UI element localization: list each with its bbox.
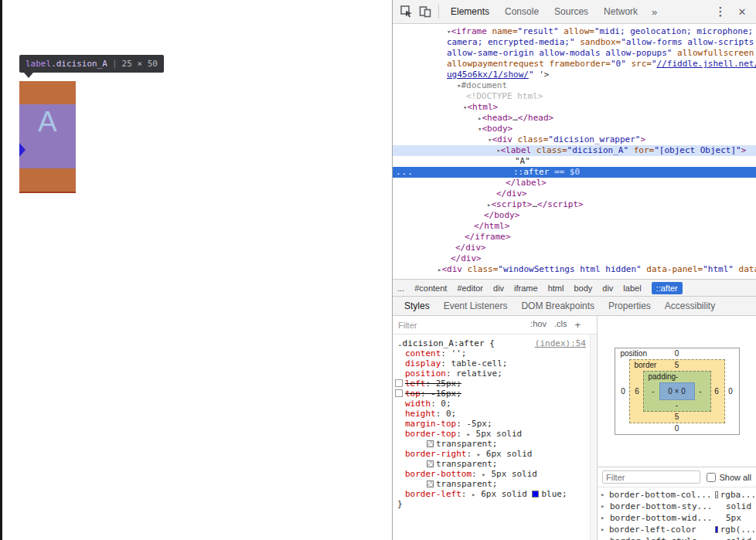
style-line[interactable]: top: -16px; [393, 389, 597, 399]
elements-tree: ▾<iframe name="result" allow="midi; geol… [393, 24, 756, 279]
expand-arrow-icon[interactable]: ▸ [601, 489, 609, 501]
code-token: class= [462, 264, 498, 274]
style-line[interactable]: left: 25px; [393, 379, 597, 389]
close-icon[interactable]: ✕ [733, 2, 751, 21]
styles-scrollbar[interactable] [590, 335, 597, 540]
breadcrumb-item[interactable]: #editor [457, 284, 483, 293]
expand-arrow-icon[interactable]: ▸ [601, 501, 610, 512]
style-line[interactable]: .dicision_A:after {(index):54 [393, 338, 597, 348]
breadcrumb-item[interactable]: div [493, 284, 504, 293]
property-checkbox[interactable] [395, 389, 403, 397]
computed-property-row[interactable]: ▸border-left-colorrgb(... [598, 524, 756, 535]
sidebar-tab-accessibility[interactable]: Accessibility [658, 297, 722, 315]
breadcrumb-item[interactable]: html [548, 284, 564, 293]
tree-row[interactable]: ▾<iframe name="result" allow="midi; geol… [393, 26, 756, 37]
code-token: solid [726, 535, 751, 540]
computed-property-row[interactable]: ▸border-bottom-sty...solid [598, 501, 756, 512]
style-line[interactable]: border-bottom: ▸ 5px solid [393, 469, 597, 479]
style-line[interactable]: height: 0; [393, 409, 597, 419]
tab-elements[interactable]: Elements [443, 0, 497, 23]
tree-row[interactable]: </iframe> [393, 232, 756, 243]
sidebar-tab-properties[interactable]: Properties [601, 297, 658, 315]
style-line[interactable]: transparent; [393, 459, 597, 469]
expand-arrow-icon[interactable]: ▸ [601, 535, 610, 540]
tree-row[interactable]: ▾<body> [393, 124, 756, 134]
style-line[interactable]: transparent; [393, 439, 597, 449]
box-model-content[interactable]: 0 × 0 [659, 382, 695, 400]
tree-row[interactable]: </html> [393, 221, 756, 232]
sidebar-tab-styles[interactable]: Styles [397, 297, 437, 315]
tree-row[interactable]: </div> [393, 253, 756, 264]
breadcrumb-item[interactable]: body [574, 284, 592, 293]
position-bottom-value: 0 [675, 424, 679, 433]
tree-row[interactable]: ...::after == $0 [393, 167, 756, 178]
box-model-padding[interactable]: padding- - 0 × 0 - - [643, 371, 711, 412]
code-token: margin-top [405, 419, 456, 429]
tree-row[interactable]: allow-same-origin allow-modals allow-pop… [393, 48, 756, 59]
code-token: 5px solid [486, 469, 537, 479]
box-model-border[interactable]: border5 6 padding- - 0 × 0 - [629, 359, 725, 423]
code-token: </label> [506, 178, 547, 188]
pseudo-state-toggle[interactable]: :hov [530, 319, 547, 331]
tab-console[interactable]: Console [497, 0, 547, 23]
tree-row[interactable]: allowpaymentrequest frameborder="0" src=… [393, 59, 756, 70]
padding-bottom-value: - [676, 401, 678, 409]
tree-row[interactable]: ▸<div class="windowSettings html hidden"… [393, 264, 756, 275]
computed-property-row[interactable]: ▸border-bottom-col...rgba... [598, 489, 756, 501]
tree-row[interactable]: ▾<label class="dicision_A" for="[object … [393, 145, 756, 156]
style-line[interactable]: display: table-cell; [393, 358, 597, 368]
tree-row[interactable]: ug45o6kx/1/show/" '> [393, 70, 756, 80]
expand-arrow-icon[interactable]: ▸ [601, 524, 609, 535]
element-class-toggle[interactable]: .cls [554, 319, 567, 331]
breadcrumb-item[interactable]: label [623, 284, 641, 293]
inspect-element-icon[interactable] [397, 2, 416, 21]
sidebar-tab-dom-breakpoints[interactable]: DOM Breakpoints [514, 297, 601, 315]
breadcrumb-item[interactable]: ::after [652, 282, 683, 294]
breadcrumb-item[interactable]: iframe [514, 284, 538, 293]
style-line[interactable]: border-top: ▸ 5px solid [393, 429, 597, 439]
breadcrumb-item[interactable]: ... [397, 284, 404, 293]
tree-row[interactable]: </label> [393, 178, 756, 188]
tree-row[interactable]: "A" [393, 156, 756, 167]
tree-row[interactable]: camera; encrypted-media;" sandbox="allow… [393, 37, 756, 48]
tree-row[interactable]: ▸<script>…</script> [393, 199, 756, 210]
tree-row[interactable]: ▾<div class="dicision_wrapper"> [393, 134, 756, 145]
tree-row[interactable]: <!DOCTYPE html> [393, 91, 756, 102]
expand-arrow-icon[interactable]: ▸ [601, 512, 610, 524]
transparent-color-swatch [715, 491, 718, 498]
element-content-overlay: A [19, 104, 76, 168]
style-line[interactable]: margin-top: -5px; [393, 419, 597, 429]
device-toolbar-icon[interactable] [416, 2, 434, 21]
more-tabs-button[interactable]: » [645, 0, 663, 23]
tree-row[interactable]: </body> [393, 210, 756, 221]
property-checkbox[interactable] [395, 379, 403, 387]
tree-row[interactable]: ▾#document [393, 80, 756, 91]
tree-row[interactable]: ▸<head>…</head> [393, 113, 756, 124]
style-line[interactable]: transparent; [393, 479, 597, 489]
tree-row[interactable]: </div> [393, 188, 756, 199]
stylesheet-source-link[interactable]: (index):54 [535, 338, 586, 348]
style-line[interactable]: position: relative; [393, 368, 597, 379]
computed-property-row[interactable]: ▸border-left-stylesolid [598, 535, 756, 540]
computed-filter-input[interactable] [602, 470, 700, 484]
styles-filter-field[interactable]: Filter [398, 321, 417, 330]
code-token: #document [461, 80, 507, 90]
style-line[interactable]: } [393, 499, 597, 509]
box-model-position[interactable]: position0 0 border5 6 padding- [615, 348, 740, 435]
sidebar-tab-event-listeners[interactable]: Event Listeners [437, 297, 515, 315]
show-all-checkbox[interactable] [707, 473, 716, 482]
style-line[interactable]: width: 0; [393, 399, 597, 409]
breadcrumb-item[interactable]: #content [414, 284, 447, 293]
style-line[interactable]: border-right: ▸ 6px solid [393, 449, 597, 459]
style-line[interactable]: content: ''; [393, 348, 597, 358]
breadcrumb-item[interactable]: div [602, 284, 613, 293]
tree-row[interactable]: </div> [393, 243, 756, 253]
new-style-rule-button[interactable]: + [574, 319, 581, 331]
tree-row[interactable]: ▾<html> [393, 102, 756, 113]
computed-property-row[interactable]: ▸border-bottom-wid...5px [598, 512, 756, 524]
more-options-icon[interactable]: ⋮ [711, 2, 730, 21]
tab-network[interactable]: Network [596, 0, 645, 23]
highlighted-element[interactable]: A [19, 81, 76, 193]
tab-sources[interactable]: Sources [547, 0, 596, 23]
style-line[interactable]: border-left: ▸ 6px solid blue; [393, 489, 597, 499]
